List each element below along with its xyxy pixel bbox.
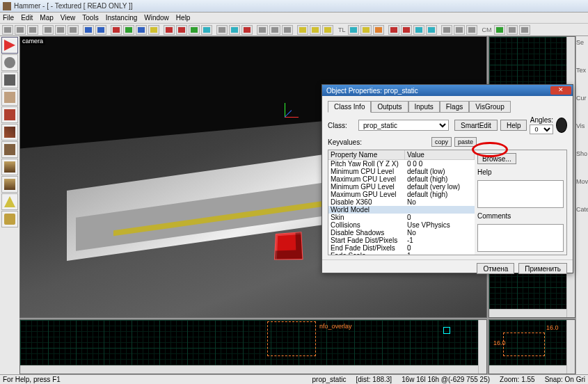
help-textbox[interactable] (477, 180, 564, 208)
tb-disp2-icon[interactable] (373, 25, 384, 35)
tb-hide-icon[interactable] (164, 25, 175, 35)
selection-box[interactable] (503, 333, 545, 356)
entity-tool-icon[interactable] (1, 89, 18, 106)
tb-tl-icon[interactable] (348, 25, 359, 35)
angles-select[interactable]: 0 (530, 125, 553, 134)
tb-run3-icon[interactable] (322, 25, 333, 35)
decal-tool-icon[interactable] (1, 159, 18, 175)
property-row[interactable]: End Fade Dist/Pixels0 (328, 244, 475, 252)
tb-carve-icon[interactable] (111, 25, 122, 35)
tb-snap-icon[interactable] (257, 25, 268, 35)
camera-tool-icon[interactable] (1, 72, 18, 88)
dialog-titlebar[interactable]: Object Properties: prop_static ✕ (322, 85, 573, 96)
tab-inputs[interactable]: Inputs (408, 101, 440, 113)
menu-edit[interactable]: Edit (21, 14, 33, 22)
tb-dp4-icon[interactable] (426, 25, 437, 35)
tab-flags[interactable]: Flags (440, 101, 469, 113)
close-icon[interactable]: ✕ (550, 86, 571, 95)
tb-opt-icon[interactable] (519, 25, 530, 35)
tb-cordon-icon[interactable] (201, 25, 212, 35)
class-select[interactable]: prop_static (358, 120, 449, 131)
menu-map[interactable]: Map (40, 14, 53, 22)
clip-tool-icon[interactable] (1, 193, 18, 210)
viewport-bottom-left[interactable]: nfo_overlay (19, 319, 487, 374)
selected-entity-cube[interactable] (274, 232, 303, 259)
property-row[interactable]: CollisionsUse VPhysics (328, 221, 475, 229)
menu-file[interactable]: File (3, 14, 14, 22)
block-tool-icon[interactable] (1, 106, 18, 123)
property-row[interactable]: World Model (328, 206, 475, 214)
apply-texture-tool-icon[interactable] (1, 141, 18, 158)
tab-visgroup[interactable]: VisGroup (469, 101, 511, 113)
tb-misc3-icon[interactable] (466, 25, 477, 35)
apply-button[interactable]: Применить (518, 263, 567, 274)
tb-help-icon[interactable] (507, 25, 518, 35)
tb-dp1-icon[interactable] (388, 25, 399, 35)
property-row[interactable]: Disable X360No (328, 198, 475, 206)
scrollbar-v[interactable] (566, 320, 575, 374)
menu-instancing[interactable]: Instancing (106, 14, 138, 22)
tab-class-info[interactable]: Class Info (328, 101, 371, 113)
selection-tool-icon[interactable] (1, 37, 18, 54)
tb-texapp-icon[interactable] (229, 25, 240, 35)
selection-box[interactable] (267, 321, 316, 356)
tb-paste-icon[interactable] (67, 25, 79, 35)
tb-texrep-icon[interactable] (241, 25, 253, 35)
property-row[interactable]: Fade Scale1 (328, 252, 475, 255)
tb-misc2-icon[interactable] (454, 25, 465, 35)
scrollbar-h[interactable] (489, 309, 566, 317)
cancel-button[interactable]: Отмена (477, 263, 514, 274)
texture-tool-icon[interactable] (1, 124, 18, 141)
browse-button[interactable]: Browse... (477, 153, 516, 164)
scrollbar-v[interactable] (478, 320, 486, 374)
tb-disp-icon[interactable] (360, 25, 372, 35)
overlay-tool-icon[interactable] (1, 176, 18, 193)
tb-new-icon[interactable] (2, 25, 13, 35)
tb-dp2-icon[interactable] (401, 25, 412, 35)
magnify-tool-icon[interactable] (1, 54, 18, 71)
tab-outputs[interactable]: Outputs (371, 101, 408, 113)
property-row[interactable]: Skin0 (328, 214, 475, 221)
tb-run2-icon[interactable] (310, 25, 321, 35)
tb-cut-icon[interactable] (42, 25, 54, 35)
viewport-bottom-right[interactable]: 16.0 16.0 (488, 319, 575, 374)
tb-misc1-icon[interactable] (441, 25, 452, 35)
help-button[interactable]: Help (500, 120, 527, 131)
scrollbar-h[interactable] (20, 365, 478, 374)
tb-save-icon[interactable] (27, 25, 38, 35)
vertex-tool-icon[interactable] (1, 211, 18, 227)
angle-wheel-icon[interactable] (556, 118, 567, 133)
copy-button[interactable]: copy (431, 137, 452, 147)
tb-group-icon[interactable] (123, 25, 134, 35)
tb-show-icon[interactable] (189, 25, 200, 35)
tb-run-icon[interactable] (297, 25, 308, 35)
tb-grid2-icon[interactable] (282, 25, 293, 35)
property-row[interactable]: Pitch Yaw Roll (Y Z X)0 0 0 (328, 160, 475, 168)
tb-open-icon[interactable] (15, 25, 26, 35)
comments-textbox[interactable] (477, 224, 564, 252)
property-row[interactable]: Maximum CPU Leveldefault (high) (328, 175, 475, 183)
property-row[interactable]: Minimum GPU Leveldefault (very low) (328, 183, 475, 191)
tb-grid-icon[interactable] (269, 25, 280, 35)
property-row[interactable]: Start Fade Dist/Pixels-1 (328, 237, 475, 244)
property-row[interactable]: Disable ShadowsNo (328, 229, 475, 237)
tb-hide2-icon[interactable] (176, 25, 187, 35)
menu-tools[interactable]: Tools (82, 14, 98, 22)
tb-copy-icon[interactable] (55, 25, 66, 35)
menu-view[interactable]: View (61, 14, 76, 22)
tb-cm-icon[interactable] (494, 25, 505, 35)
paste-button[interactable]: paste (454, 137, 477, 147)
smartedit-button[interactable]: SmartEdit (454, 120, 498, 131)
tb-redo-icon[interactable] (95, 25, 106, 35)
tb-dp3-icon[interactable] (413, 25, 424, 35)
property-list[interactable]: Property Name Value Pitch Yaw Roll (Y Z … (328, 150, 475, 255)
tb-ig-icon[interactable] (148, 25, 159, 35)
menu-window[interactable]: Window (144, 14, 169, 22)
tb-tex-icon[interactable] (216, 25, 228, 35)
tb-ungroup-icon[interactable] (136, 25, 147, 35)
menu-help[interactable]: Help (176, 14, 191, 22)
property-row[interactable]: Maximum GPU Leveldefault (high) (328, 191, 475, 198)
property-row[interactable]: Minimum CPU Leveldefault (low) (328, 168, 475, 175)
tb-undo-icon[interactable] (83, 25, 94, 35)
scrollbar-h[interactable] (489, 365, 566, 374)
